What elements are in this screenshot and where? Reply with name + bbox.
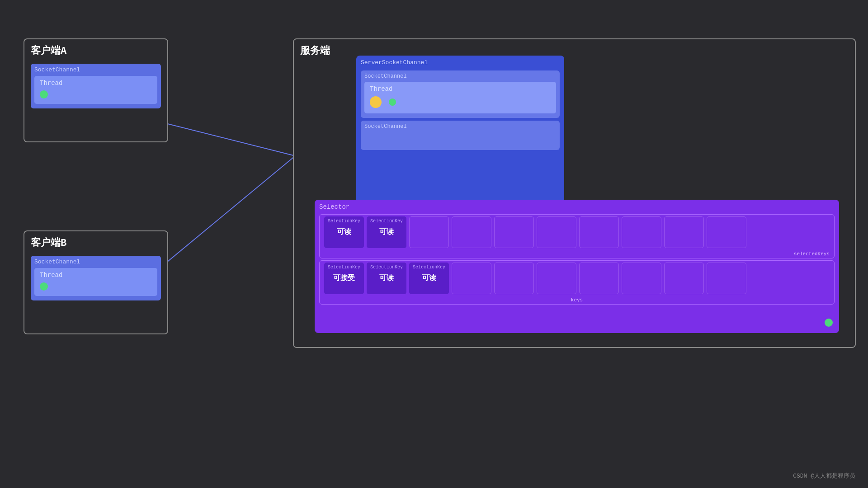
client-b-green-dot [40, 282, 48, 291]
sk-value-0: 可读 [337, 227, 351, 237]
sk-label-b2: SelectionKey [413, 265, 445, 270]
sk-label-0: SelectionKey [328, 219, 360, 224]
sc2-label: SocketChannel [364, 123, 556, 130]
sk-label-b0: SelectionKey [328, 265, 360, 270]
sk-card-b8 [664, 263, 704, 294]
sk-label-b1: SelectionKey [370, 265, 403, 270]
server-socket-channel-block: ServerSocketChannel SocketChannel Thread… [356, 56, 564, 205]
selector-label: Selector [315, 200, 839, 212]
sk-card-5 [537, 216, 576, 248]
sk-card-b3 [452, 263, 491, 294]
keys-row-bottom: SelectionKey 可接受 SelectionKey 可读 Selecti… [320, 261, 834, 296]
ssc-label: ServerSocketChannel [356, 56, 564, 68]
sk-value-b0: 可接受 [333, 273, 355, 283]
selector-block: Selector SelectionKey 可读 SelectionKey 可读 [315, 200, 839, 333]
sk-card-2 [409, 216, 449, 248]
client-a-green-dot [40, 90, 48, 99]
keys-section-label-top: selectedKeys [320, 250, 834, 258]
client-b-socket-channel: SocketChannel Thread [31, 256, 161, 300]
server-thread-inner: Thread [364, 82, 556, 113]
watermark: CSDN @人人都是程序员 [793, 472, 855, 480]
keys-row-top: SelectionKey 可读 SelectionKey 可读 [320, 215, 834, 250]
client-a-box: 客户端A SocketChannel Thread [24, 38, 168, 142]
sk-card-b5 [537, 263, 576, 294]
client-a-label: 客户端A [24, 39, 167, 60]
sk-card-0: SelectionKey 可读 [324, 216, 364, 248]
sk-card-b9 [707, 263, 746, 294]
sc1-label: SocketChannel [364, 73, 556, 80]
sk-card-b4 [494, 263, 534, 294]
server-green-dot [389, 99, 396, 106]
sk-card-1: SelectionKey 可读 [367, 216, 406, 248]
client-b-box: 客户端B SocketChannel Thread [24, 230, 168, 334]
keys-section-label-bottom: keys [320, 296, 834, 304]
server-box: 服务端 ServerSocketChannel SocketChannel Th… [293, 38, 856, 348]
client-b-thread-inner: Thread [34, 268, 157, 296]
client-a-thread-inner: Thread [34, 76, 157, 104]
sk-card-6 [579, 216, 619, 248]
sk-card-b2: SelectionKey 可读 [409, 263, 449, 294]
sk-card-b6 [579, 263, 619, 294]
client-b-label: 客户端B [24, 231, 167, 252]
client-a-sc-label: SocketChannel [34, 66, 157, 73]
sk-label-1: SelectionKey [370, 219, 403, 224]
sk-card-4 [494, 216, 534, 248]
sk-card-9 [707, 216, 746, 248]
sk-value-b2: 可读 [422, 273, 436, 283]
server-yellow-dot [370, 96, 382, 108]
client-a-thread-label: Thread [40, 80, 62, 87]
keys-border-bottom: SelectionKey 可接受 SelectionKey 可读 Selecti… [319, 260, 835, 305]
sk-value-b1: 可读 [379, 273, 394, 283]
sk-card-b1: SelectionKey 可读 [367, 263, 406, 294]
corner-green-dot [825, 319, 833, 327]
client-a-socket-channel: SocketChannel Thread [31, 64, 161, 108]
sk-card-3 [452, 216, 491, 248]
server-thread-label: Thread [370, 85, 392, 93]
sc2-block: SocketChannel [361, 121, 560, 150]
sk-card-8 [664, 216, 704, 248]
client-b-sc-label: SocketChannel [34, 258, 157, 265]
sc1-block: SocketChannel Thread [361, 70, 560, 118]
sk-card-b7 [622, 263, 661, 294]
sk-card-7 [622, 216, 661, 248]
sk-value-1: 可读 [379, 227, 394, 237]
sk-card-b0: SelectionKey 可接受 [324, 263, 364, 294]
client-b-thread-label: Thread [40, 272, 62, 279]
keys-border-top: SelectionKey 可读 SelectionKey 可读 selected [319, 214, 835, 258]
